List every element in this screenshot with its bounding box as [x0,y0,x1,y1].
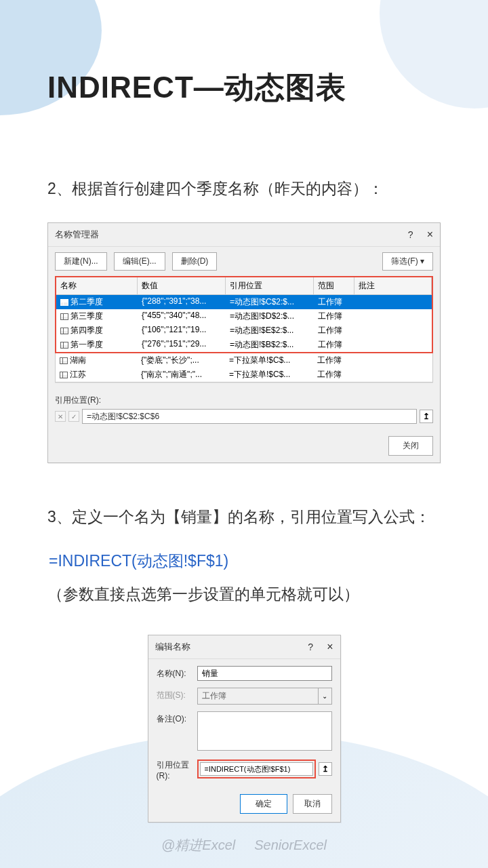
delete-button[interactable]: 删除(D) [172,252,218,271]
dialog-titlebar: 名称管理器 ? × [48,223,440,247]
header-name[interactable]: 名称 [56,277,138,294]
scroll-indicator[interactable] [55,382,433,389]
scope-select: 工作簿 ⌄ [197,688,332,705]
ref-formula-input[interactable] [200,762,313,776]
header-ref[interactable]: 引用位置 [226,277,314,294]
close-button[interactable]: 关闭 [388,436,433,456]
header-value[interactable]: 数值 [138,277,226,294]
header-scope[interactable]: 范围 [314,277,354,294]
page-title: INDIRECT—动态图表 [47,68,441,108]
header-note[interactable]: 批注 [354,277,432,294]
table-row[interactable]: 第一季度{"276";"151";"29...=动态图!$B$2:$...工作簿 [56,338,432,352]
table-icon [60,372,68,378]
label-scope: 范围(S): [157,688,197,701]
close-icon[interactable]: × [427,229,433,241]
table-icon [60,342,68,349]
table-row[interactable]: 第二季度{"288";"391";"38...=动态图!$C$2:$...工作簿 [56,295,432,309]
step2-text: 2、根据首行创建四个季度名称（昨天的内容）： [47,176,441,202]
edit-name-dialog: 编辑名称 ? × 名称(N): 范围(S): 工作簿 ⌄ 备注(O): 引用位置… [148,635,341,823]
label-name: 名称(N): [157,666,197,679]
table-icon [60,357,68,364]
extra-rows: 湖南{"娄底";"长沙";...=下拉菜单!$C$...工作簿江苏{"南京";"… [55,353,433,382]
watermark: @精进ExcelSeniorExcel [0,836,488,854]
cancel-edit-icon[interactable]: ✕ [55,411,66,422]
edit-button[interactable]: 编辑(E)... [114,252,165,271]
help-icon[interactable]: ? [408,229,413,240]
name-list-highlighted: 名称 数值 引用位置 范围 批注 第二季度{"288";"391";"38...… [55,276,433,353]
dialog2-titlebar: 编辑名称 ? × [148,635,340,659]
list-header: 名称 数值 引用位置 范围 批注 [56,277,432,295]
table-row[interactable]: 江苏{"南京";"南通";"...=下拉菜单!$C$...工作簿 [56,368,432,382]
step3-text: 3、定义一个名为【销量】的名称，引用位置写入公式： [47,504,441,530]
watermark-en: SeniorExcel [254,837,327,852]
close-icon[interactable]: × [327,641,333,653]
ref-highlight-box [197,760,316,778]
new-button[interactable]: 新建(N)... [55,252,107,271]
formula-text: =INDIRECT(动态图!$F$1) [47,551,441,572]
chevron-down-icon: ⌄ [319,688,332,705]
filter-button[interactable]: 筛选(F) ▾ [382,252,433,271]
table-row[interactable]: 第三季度{"455";"340";"48...=动态图!$D$2:$...工作簿 [56,309,432,323]
note-text: （参数直接点选第一步设置的单元格就可以） [47,581,441,608]
collapse-button[interactable]: ↥ [420,410,433,423]
name-manager-dialog: 名称管理器 ? × 新建(N)... 编辑(E)... 删除(D) 筛选(F) … [47,222,441,463]
dialog2-title-text: 编辑名称 [155,641,308,653]
ref-label: 引用位置(R): [55,395,433,406]
watermark-handle: @精进Excel [161,837,235,852]
name-input[interactable] [197,666,332,681]
dialog-title-text: 名称管理器 [55,229,408,241]
scope-value: 工作簿 [197,688,319,705]
help-icon[interactable]: ? [308,642,313,652]
cancel-button[interactable]: 取消 [293,794,332,814]
label-comment: 备注(O): [157,711,197,725]
toolbar: 新建(N)... 编辑(E)... 删除(D) 筛选(F) ▾ [48,247,440,276]
table-icon [60,328,68,334]
label-ref: 引用位置(R): [157,757,197,781]
table-row[interactable]: 第四季度{"106";"121";"19...=动态图!$E$2:$...工作簿 [56,323,432,338]
table-icon [60,299,68,306]
ref-input[interactable] [82,409,417,424]
table-row[interactable]: 湖南{"娄底";"长沙";...=下拉菜单!$C$...工作簿 [56,353,432,368]
collapse-button[interactable]: ↥ [319,762,332,776]
ref-section: 引用位置(R): ✕ ✓ ↥ [48,389,440,429]
table-icon [60,313,68,320]
comment-textarea[interactable] [197,711,332,751]
ok-button[interactable]: 确定 [240,794,287,814]
confirm-edit-icon[interactable]: ✓ [68,411,79,422]
